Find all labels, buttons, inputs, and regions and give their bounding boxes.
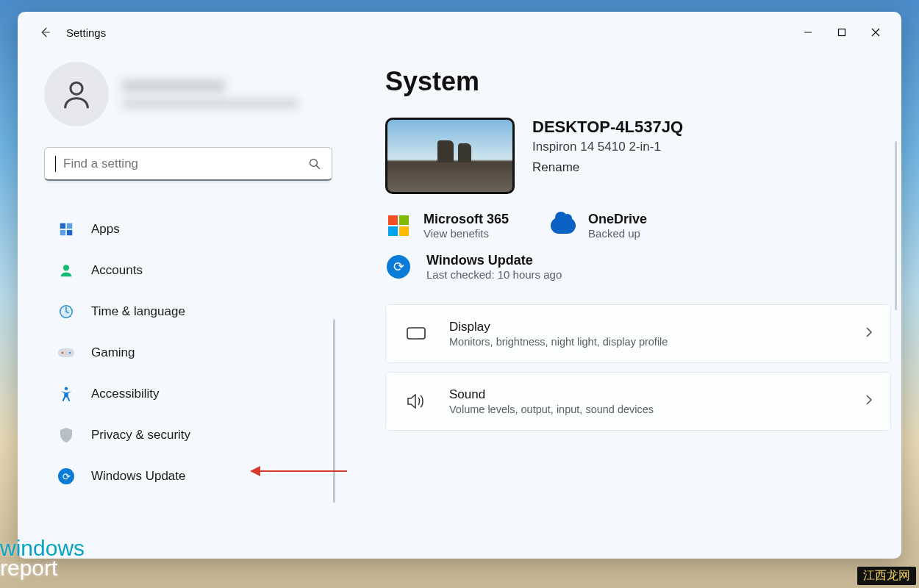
svg-point-11 xyxy=(63,265,69,270)
back-button[interactable] xyxy=(32,20,57,45)
card-subtitle: Volume levels, output, input, sound devi… xyxy=(449,404,845,415)
chevron-right-icon xyxy=(865,326,873,341)
tile-title: Microsoft 365 xyxy=(423,212,509,227)
shield-icon xyxy=(57,426,75,444)
nav-list: Apps Accounts Time & language Gaming xyxy=(44,210,332,495)
back-arrow-icon xyxy=(38,26,51,39)
maximize-button[interactable] xyxy=(825,20,859,45)
tile-windows-update[interactable]: ⟳ Windows Update Last checked: 10 hours … xyxy=(385,253,879,281)
card-title: Display xyxy=(449,320,845,334)
window-controls xyxy=(791,20,893,45)
update-sync-icon: ⟳ xyxy=(57,467,75,485)
svg-point-14 xyxy=(62,352,64,354)
profile-block[interactable] xyxy=(44,62,341,126)
apps-icon xyxy=(57,220,75,238)
svg-rect-9 xyxy=(60,230,65,235)
sidebar: Apps Accounts Time & language Gaming xyxy=(18,53,341,559)
gamepad-icon xyxy=(57,344,75,362)
watermark-source: 江西龙网 xyxy=(857,567,916,585)
main-scrollbar[interactable] xyxy=(895,141,897,310)
rename-link[interactable]: Rename xyxy=(532,160,579,175)
svg-point-15 xyxy=(69,352,71,354)
card-title: Sound xyxy=(449,387,845,402)
svg-rect-17 xyxy=(407,328,425,339)
onedrive-cloud-icon xyxy=(550,212,576,239)
accounts-icon xyxy=(57,262,75,279)
card-sound[interactable]: Sound Volume levels, output, input, soun… xyxy=(385,372,891,431)
search-input[interactable] xyxy=(63,157,301,171)
sidebar-item-apps[interactable]: Apps xyxy=(44,210,332,248)
watermark-text: windows xyxy=(0,538,85,558)
monitor-icon xyxy=(404,326,429,342)
svg-point-4 xyxy=(71,82,82,94)
close-button[interactable] xyxy=(859,20,893,45)
main-panel: System DESKTOP-4L537JQ Inspiron 14 5410 … xyxy=(341,53,901,559)
sidebar-item-accessibility[interactable]: Accessibility xyxy=(44,375,332,413)
sidebar-item-label: Gaming xyxy=(91,345,135,360)
svg-rect-13 xyxy=(58,348,74,357)
minimize-button[interactable] xyxy=(791,20,825,45)
profile-name-redacted xyxy=(122,79,298,109)
update-sync-icon: ⟳ xyxy=(385,254,412,280)
avatar xyxy=(44,62,109,126)
device-summary: DESKTOP-4L537JQ Inspiron 14 5410 2-in-1 … xyxy=(385,118,879,194)
microsoft-logo-icon xyxy=(385,212,412,239)
accessibility-icon xyxy=(57,385,75,403)
titlebar: Settings xyxy=(18,12,901,53)
sidebar-item-label: Accessibility xyxy=(91,387,160,401)
desktop-wallpaper: Settings xyxy=(0,0,919,588)
sidebar-item-time-language[interactable]: Time & language xyxy=(44,293,332,331)
sidebar-item-label: Accounts xyxy=(91,263,143,278)
annotation-arrow xyxy=(250,466,347,476)
svg-rect-7 xyxy=(60,223,65,229)
sidebar-item-label: Apps xyxy=(91,222,120,237)
settings-cards: Display Monitors, brightness, night ligh… xyxy=(385,304,879,431)
tile-title: OneDrive xyxy=(588,212,647,227)
search-icon xyxy=(308,157,321,171)
sidebar-item-gaming[interactable]: Gaming xyxy=(44,334,332,372)
window-title: Settings xyxy=(66,26,106,39)
tile-title: Windows Update xyxy=(426,253,562,268)
minimize-icon xyxy=(804,28,812,37)
search-box[interactable] xyxy=(44,147,332,181)
sidebar-item-label: Windows Update xyxy=(91,469,186,484)
tile-subtitle: Backed up xyxy=(588,227,647,240)
clock-globe-icon xyxy=(57,303,75,320)
sidebar-item-privacy-security[interactable]: Privacy & security xyxy=(44,416,332,454)
tile-microsoft-365[interactable]: Microsoft 365 View benefits xyxy=(385,212,509,240)
svg-rect-8 xyxy=(67,223,72,229)
person-icon xyxy=(60,77,93,111)
watermark-windowsreport: windows report xyxy=(0,538,85,578)
chevron-right-icon xyxy=(865,394,873,409)
page-title: System xyxy=(385,66,879,97)
svg-point-16 xyxy=(65,387,68,390)
watermark-text: report xyxy=(0,558,85,578)
card-subtitle: Monitors, brightness, night light, displ… xyxy=(449,336,845,348)
tile-subtitle: Last checked: 10 hours ago xyxy=(426,268,562,281)
svg-line-6 xyxy=(316,165,320,169)
tile-onedrive[interactable]: OneDrive Backed up xyxy=(550,212,647,240)
speaker-icon xyxy=(404,392,429,410)
sidebar-item-windows-update[interactable]: ⟳ Windows Update xyxy=(44,457,332,495)
settings-window: Settings xyxy=(18,12,901,559)
close-icon xyxy=(871,28,880,37)
status-tiles: Microsoft 365 View benefits OneDrive Bac… xyxy=(385,212,879,240)
tile-subtitle: View benefits xyxy=(423,227,509,240)
device-name: DESKTOP-4L537JQ xyxy=(532,118,683,137)
sidebar-item-accounts[interactable]: Accounts xyxy=(44,251,332,290)
svg-point-5 xyxy=(310,159,318,166)
device-model: Inspiron 14 5410 2-in-1 xyxy=(532,140,683,154)
sidebar-item-label: Time & language xyxy=(91,304,185,319)
card-display[interactable]: Display Monitors, brightness, night ligh… xyxy=(385,304,891,363)
sidebar-item-label: Privacy & security xyxy=(91,428,190,442)
text-caret xyxy=(55,156,56,172)
svg-rect-10 xyxy=(67,230,72,235)
svg-rect-1 xyxy=(839,29,845,36)
device-wallpaper-thumb[interactable] xyxy=(385,118,515,194)
maximize-icon xyxy=(837,28,846,37)
